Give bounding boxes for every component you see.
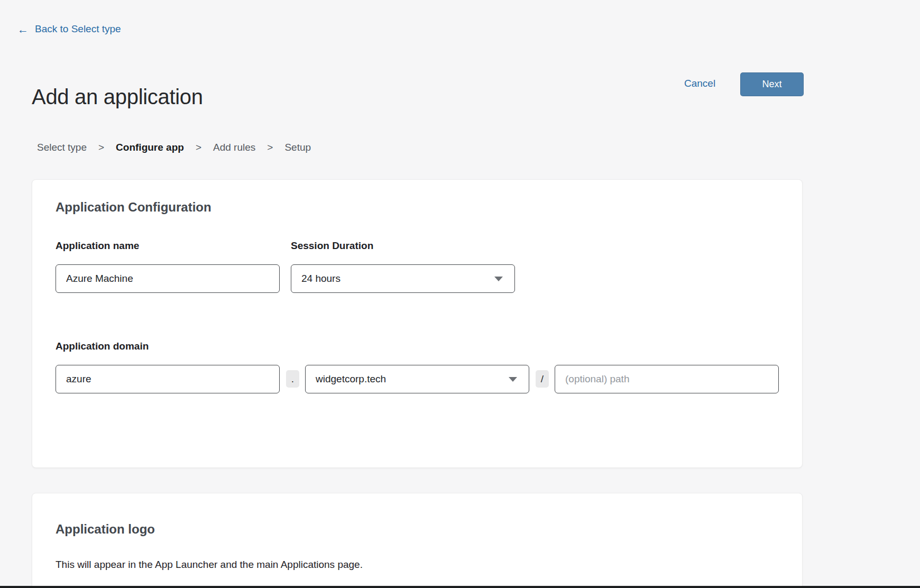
breadcrumb-separator: > [98,142,104,153]
application-path-input[interactable] [555,365,779,393]
application-domain-select[interactable]: widgetcorp.tech [305,365,529,393]
breadcrumb-step-configure-app[interactable]: Configure app [116,142,184,153]
screenshot-bottom-edge [0,586,920,588]
cancel-button[interactable]: Cancel [684,78,715,89]
chevron-down-icon [494,277,503,281]
session-duration-select[interactable]: 24 hours [291,264,515,293]
application-logo-card: Application logo This will appear in the… [32,493,803,588]
application-name-input[interactable] [56,264,280,293]
back-link-label: Back to Select type [35,23,121,35]
breadcrumb-step-add-rules[interactable]: Add rules [213,142,255,153]
domain-dot-separator: . [286,370,299,388]
breadcrumb-separator: > [196,142,201,153]
chevron-down-icon [509,377,517,382]
next-button[interactable]: Next [740,72,804,96]
logo-card-description: This will appear in the App Launcher and… [56,559,363,571]
domain-slash-separator: / [536,370,549,388]
application-domain-label: Application domain [56,341,149,352]
breadcrumb-step-select-type[interactable]: Select type [37,142,87,153]
application-name-label: Application name [56,240,139,252]
breadcrumb: Select type > Configure app > Add rules … [37,142,311,153]
page-title: Add an application [32,85,203,109]
logo-card-title: Application logo [56,522,155,537]
back-to-select-type-link[interactable]: ← Back to Select type [17,23,121,35]
breadcrumb-separator: > [267,142,273,153]
application-configuration-card: Application Configuration Application na… [32,179,803,468]
session-duration-value: 24 hours [301,273,341,284]
back-arrow-icon: ← [17,24,29,35]
config-card-title: Application Configuration [56,200,211,215]
breadcrumb-step-setup[interactable]: Setup [284,142,311,153]
session-duration-label: Session Duration [291,240,373,252]
application-domain-value: widgetcorp.tech [316,373,386,385]
application-subdomain-input[interactable] [56,365,280,393]
